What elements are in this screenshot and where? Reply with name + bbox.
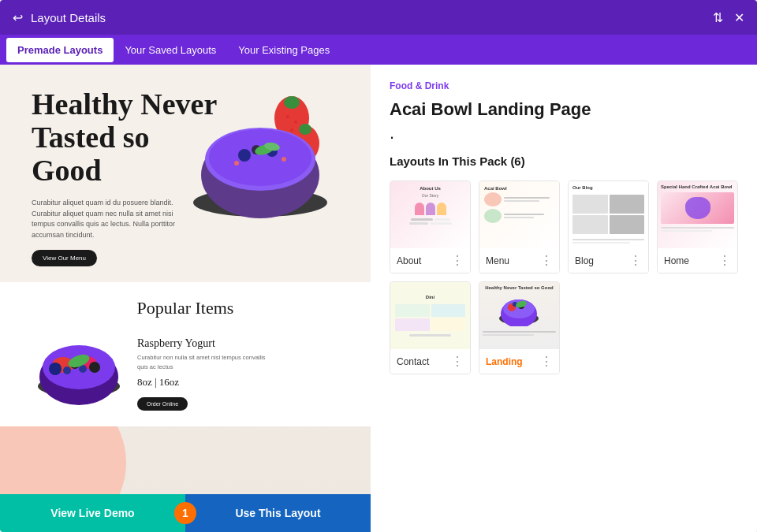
layout-item-about[interactable]: About Us Our Story	[390, 180, 471, 273]
header: ↩ Layout Details ⇅ ✕	[0, 0, 757, 35]
layout-footer-home: Home ⋮	[658, 248, 737, 273]
svg-point-21	[238, 149, 251, 162]
layout-footer-blog: Blog ⋮	[569, 248, 648, 273]
mockup-hero-btn: View Our Menu	[32, 250, 97, 266]
layout-footer-menu: Menu ⋮	[479, 248, 559, 273]
layout-more-blog[interactable]: ⋮	[629, 253, 642, 268]
use-this-layout-button[interactable]: 1 Use This Layout	[185, 494, 371, 532]
svg-point-33	[49, 363, 62, 375]
layout-footer-contact: Contact ⋮	[390, 349, 470, 374]
mockup-bowl-top	[181, 80, 339, 238]
popular-title: Popular Items	[32, 298, 339, 318]
layout-name-about: About	[397, 255, 421, 266]
popular-size: 8oz | 16oz	[137, 376, 271, 389]
use-layout-label: Use This Layout	[235, 507, 320, 519]
preview-actions: View Live Demo 1 Use This Layout	[0, 494, 371, 532]
pack-title: Acai Bowl Landing Page	[390, 99, 738, 120]
mockup-subtitle: Curabitur aliquet quam id du posuere bla…	[32, 198, 189, 240]
popular-name: Raspberry Yogurt	[137, 337, 271, 350]
layout-thumb-menu: Acai Bowl	[479, 181, 559, 248]
svg-point-26	[234, 161, 239, 166]
layouts-grid: About Us Our Story	[390, 180, 738, 374]
layout-item-menu[interactable]: Acai Bowl	[479, 180, 560, 273]
layout-more-contact[interactable]: ⋮	[451, 354, 464, 369]
settings-icon[interactable]: ⇅	[713, 10, 723, 25]
layout-item-landing[interactable]: Healthy Never Tasted so Good	[479, 281, 560, 374]
layout-name-contact: Contact	[397, 356, 429, 367]
layout-thumb-about: About Us Our Story	[390, 181, 470, 248]
layout-item-home[interactable]: Special Hand Crafted Acai Bowl Home ⋮	[657, 180, 738, 273]
svg-point-36	[63, 366, 71, 374]
tab-premade-layouts[interactable]: Premade Layouts	[6, 38, 114, 62]
landing-mockup: Healthy Never Tasted so Good Curabitur a…	[0, 65, 371, 494]
layout-footer-landing: Landing ⋮	[479, 349, 559, 374]
badge: 1	[174, 502, 196, 524]
close-icon[interactable]: ✕	[734, 10, 744, 25]
svg-point-27	[282, 157, 286, 162]
layout-name-blog: Blog	[575, 255, 594, 266]
tab-existing-pages[interactable]: Your Existing Pages	[227, 38, 341, 62]
layout-more-menu[interactable]: ⋮	[540, 253, 553, 268]
mockup-popular: Popular Items	[0, 282, 371, 426]
popular-item: Raspberry Yogurt Curabitur non nulla sit…	[32, 329, 339, 411]
layout-name-home: Home	[664, 255, 689, 266]
mockup-hero: Healthy Never Tasted so Good Curabitur a…	[0, 65, 371, 282]
back-icon[interactable]: ↩	[13, 10, 23, 25]
layout-more-landing[interactable]: ⋮	[540, 354, 553, 369]
right-panel: Food & Drink Acai Bowl Landing Page . La…	[371, 65, 757, 532]
layout-item-contact[interactable]: Dini Contact ⋮	[390, 281, 471, 374]
pack-dot: .	[390, 123, 738, 143]
layouts-in-pack-label: Layouts In This Pack (6)	[390, 154, 738, 168]
layout-thumb-blog: Our Blog	[569, 181, 648, 248]
tabs-bar: Premade Layouts Your Saved Layouts Your …	[0, 35, 757, 65]
layout-thumb-landing: Healthy Never Tasted so Good	[479, 282, 559, 349]
layout-more-home[interactable]: ⋮	[718, 253, 731, 268]
order-btn: Order Online	[137, 397, 188, 411]
preview-panel: Healthy Never Tasted so Good Curabitur a…	[0, 65, 371, 532]
layout-thumb-contact: Dini	[390, 282, 470, 349]
popular-bowl-image	[32, 329, 126, 408]
layout-more-about[interactable]: ⋮	[451, 253, 464, 268]
category-label: Food & Drink	[390, 80, 738, 91]
layout-item-blog[interactable]: Our Blog Blog	[568, 180, 649, 273]
popular-desc: Curabitur non nulla sit amet nisl tempus…	[137, 353, 271, 371]
header-title: Layout Details	[31, 11, 106, 24]
view-live-demo-button[interactable]: View Live Demo	[0, 494, 185, 532]
tab-saved-layouts[interactable]: Your Saved Layouts	[114, 38, 227, 62]
popular-info: Raspberry Yogurt Curabitur non nulla sit…	[137, 329, 271, 411]
layout-thumb-home: Special Hand Crafted Acai Bowl	[658, 181, 737, 248]
modal-wrapper: ↩ Layout Details ⇅ ✕ Premade Layouts You…	[0, 0, 757, 532]
layout-footer-about: About ⋮	[390, 248, 470, 273]
header-right: ⇅ ✕	[713, 10, 744, 25]
layout-name-landing: Landing	[486, 356, 523, 367]
header-left: ↩ Layout Details	[13, 10, 106, 25]
content-area: Healthy Never Tasted so Good Curabitur a…	[0, 65, 757, 532]
preview-image-area: Healthy Never Tasted so Good Curabitur a…	[0, 65, 371, 494]
layout-name-menu: Menu	[486, 255, 509, 266]
svg-point-20	[209, 129, 311, 186]
svg-point-34	[89, 362, 100, 373]
